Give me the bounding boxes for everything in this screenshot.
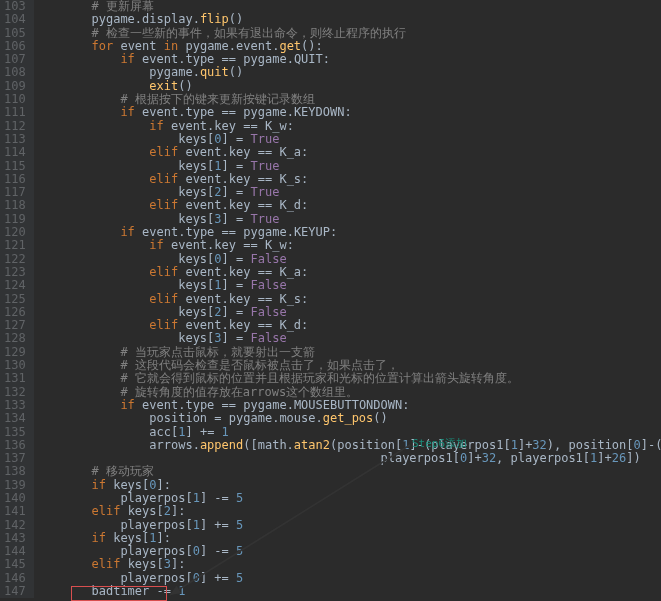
line-number: 128 — [4, 332, 26, 345]
line-number: 123 — [4, 266, 26, 279]
line-number: 118 — [4, 199, 26, 212]
code-line[interactable]: keys[3] = False — [34, 332, 661, 345]
code-line[interactable]: if event.type == pygame.MOUSEBUTTONDOWN: — [34, 399, 661, 412]
line-number: 141 — [4, 505, 26, 518]
code-line[interactable]: keys[1] = True — [34, 160, 661, 173]
line-number: 112 — [4, 120, 26, 133]
line-number: 132 — [4, 386, 26, 399]
code-line[interactable]: # 更新屏幕 — [34, 0, 661, 13]
line-number: 143 — [4, 532, 26, 545]
line-number: 122 — [4, 253, 26, 266]
code-line[interactable]: # 它就会得到鼠标的位置并且根据玩家和光标的位置计算出箭头旋转角度。 — [34, 372, 661, 385]
code-line[interactable]: # 移动玩家 — [34, 465, 661, 478]
line-number: 145 — [4, 558, 26, 571]
code-editor[interactable]: 1031041051061071081091101111121131141151… — [0, 0, 661, 598]
code-line[interactable]: keys[0] = True — [34, 133, 661, 146]
line-number: 129 — [4, 346, 26, 359]
line-number: 117 — [4, 186, 26, 199]
code-line[interactable]: if event.type == pygame.KEYDOWN: — [34, 106, 661, 119]
code-line[interactable]: if event.key == K_w: — [34, 239, 661, 252]
code-line[interactable]: badtimer -= 1 — [34, 585, 661, 598]
code-line[interactable]: elif event.key == K_a: — [34, 146, 661, 159]
line-number: 137 — [4, 452, 26, 465]
line-number: 127 — [4, 319, 26, 332]
line-number: 131 — [4, 372, 26, 385]
code-area[interactable]: # 更新屏幕 pygame.display.flip() # 检查一些新的事件，… — [34, 0, 661, 598]
line-number: 134 — [4, 412, 26, 425]
line-number: 119 — [4, 213, 26, 226]
code-line[interactable]: playerpos[1] -= 5 — [34, 492, 661, 505]
line-number: 120 — [4, 226, 26, 239]
code-line[interactable]: if keys[1]: — [34, 532, 661, 545]
code-line[interactable]: if keys[0]: — [34, 479, 661, 492]
line-number: 130 — [4, 359, 26, 372]
line-number: 124 — [4, 279, 26, 292]
code-line[interactable]: keys[2] = True — [34, 186, 661, 199]
code-line[interactable]: elif keys[3]: — [34, 558, 661, 571]
code-line[interactable]: playerpos[0] += 5 — [34, 572, 661, 585]
code-line[interactable]: exit() — [34, 80, 661, 93]
code-line[interactable]: keys[3] = True — [34, 213, 661, 226]
code-line[interactable]: keys[0] = False — [34, 253, 661, 266]
line-number: 147 — [4, 585, 26, 598]
code-line[interactable]: elif event.key == K_d: — [34, 319, 661, 332]
line-number: 136 — [4, 439, 26, 452]
code-line[interactable]: acc[1] += 1 — [34, 426, 661, 439]
line-number: 142 — [4, 519, 26, 532]
code-line[interactable]: # 当玩家点击鼠标，就要射出一支箭 — [34, 346, 661, 359]
code-line[interactable]: # 旋转角度的值存放在arrows这个数组里。 — [34, 386, 661, 399]
code-line[interactable]: elif event.key == K_a: — [34, 266, 661, 279]
code-line[interactable]: playerpos[1] += 5 — [34, 519, 661, 532]
line-number: 140 — [4, 492, 26, 505]
line-number: 133 — [4, 399, 26, 412]
code-line[interactable]: pygame.quit() — [34, 66, 661, 79]
code-line[interactable]: # 这段代码会检查是否鼠标被点击了，如果点击了， — [34, 359, 661, 372]
line-number: 116 — [4, 173, 26, 186]
code-line[interactable]: elif keys[2]: — [34, 505, 661, 518]
code-line[interactable]: pygame.display.flip() — [34, 13, 661, 26]
code-line[interactable]: for event in pygame.event.get(): — [34, 40, 661, 53]
line-number: 138 — [4, 465, 26, 478]
line-number: 121 — [4, 239, 26, 252]
line-number: 109 — [4, 80, 26, 93]
code-line[interactable]: if event.type == pygame.KEYUP: — [34, 226, 661, 239]
code-line[interactable]: playerpos1[0]+32, playerpos1[1]+26]) — [34, 452, 661, 465]
line-number: 106 — [4, 40, 26, 53]
line-number: 114 — [4, 146, 26, 159]
line-number: 125 — [4, 293, 26, 306]
code-line[interactable]: # 检查一些新的事件，如果有退出命令，则终止程序的执行 — [34, 27, 661, 40]
line-number: 144 — [4, 545, 26, 558]
line-number: 139 — [4, 479, 26, 492]
line-number: 135 — [4, 426, 26, 439]
line-number: 107 — [4, 53, 26, 66]
line-number: 115 — [4, 160, 26, 173]
line-gutter: 1031041051061071081091101111121131141151… — [0, 0, 34, 598]
line-number: 113 — [4, 133, 26, 146]
code-line[interactable]: playerpos[0] -= 5 — [34, 545, 661, 558]
line-number: 105 — [4, 27, 26, 40]
code-line[interactable]: if event.key == K_w: — [34, 120, 661, 133]
code-line[interactable]: elif event.key == K_s: — [34, 173, 661, 186]
line-number: 110 — [4, 93, 26, 106]
code-line[interactable]: if event.type == pygame.QUIT: — [34, 53, 661, 66]
code-line[interactable]: # 根据按下的键来更新按键记录数组 — [34, 93, 661, 106]
line-number: 103 — [4, 0, 26, 13]
code-line[interactable]: elif event.key == K_d: — [34, 199, 661, 212]
code-line[interactable]: position = pygame.mouse.get_pos() — [34, 412, 661, 425]
line-number: 108 — [4, 66, 26, 79]
line-number: 111 — [4, 106, 26, 119]
code-line[interactable]: arrows.append([math.atan2(position[1]-(p… — [34, 439, 661, 452]
line-number: 104 — [4, 13, 26, 26]
code-line[interactable]: keys[2] = False — [34, 306, 661, 319]
line-number: 126 — [4, 306, 26, 319]
line-number: 146 — [4, 572, 26, 585]
code-line[interactable]: keys[1] = False — [34, 279, 661, 292]
code-line[interactable]: elif event.key == K_s: — [34, 293, 661, 306]
